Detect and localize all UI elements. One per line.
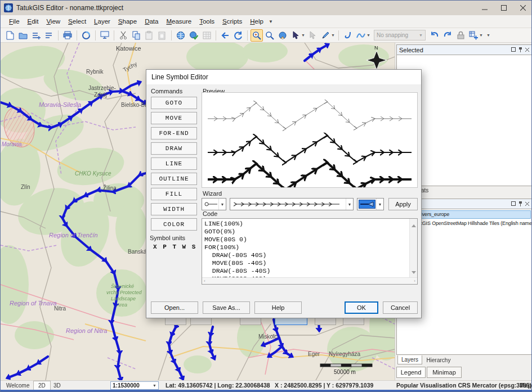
code-label: Code	[203, 210, 217, 217]
globe-check-icon[interactable]	[187, 29, 200, 42]
dialog-title-bar[interactable]: Line Symbol Editor	[146, 70, 421, 84]
command-outline-button[interactable]: OUTLINE	[151, 173, 197, 185]
layer-item-osm-hillshade[interactable]: TatukGIS OpenStreetMap Hillshade Tiles (…	[410, 220, 532, 226]
minimize-button[interactable]	[475, 1, 494, 15]
menu-file[interactable]: File	[5, 16, 24, 26]
map-toolbar-button[interactable]	[165, 317, 186, 325]
lock-icon[interactable]	[454, 29, 467, 42]
zoom-icon[interactable]	[263, 29, 276, 42]
panel-pin-icon[interactable]	[518, 201, 522, 208]
menu-help[interactable]: Help	[246, 16, 267, 26]
tab-layers[interactable]: Layers	[397, 355, 422, 364]
open-folder-icon[interactable]	[17, 29, 29, 42]
symbol-units-value[interactable]: X P T W S %	[153, 244, 207, 250]
svg-text:Zlín: Zlín	[21, 184, 30, 190]
panel-restore-icon[interactable]	[511, 201, 516, 207]
wizard-start-cap-combo[interactable]: ▼	[202, 198, 226, 210]
preview-monitor-icon[interactable]	[99, 29, 111, 42]
print-icon[interactable]	[61, 29, 74, 42]
map-toolbar-button[interactable]	[240, 317, 261, 325]
tab-minimap[interactable]: Minimap	[427, 367, 462, 378]
menu-data[interactable]: Data	[141, 16, 162, 26]
polyline-dropdown-icon[interactable]: ▼	[366, 33, 371, 37]
panel-close-icon[interactable]	[525, 48, 529, 53]
command-line-button[interactable]: LINE	[151, 157, 197, 170]
resize-grip[interactable]: ⁝⁝	[526, 382, 531, 388]
command-goto-button[interactable]: GOTO	[151, 97, 197, 109]
menu-measure[interactable]: Measure	[162, 16, 195, 26]
toolbar-overflow-icon[interactable]: ▼	[486, 33, 491, 37]
menu-view[interactable]: View	[42, 16, 64, 26]
undo-icon[interactable]	[428, 29, 441, 42]
grid-dropdown-icon[interactable]: ▼	[479, 33, 484, 37]
vertical-scrollbar[interactable]	[409, 219, 417, 277]
wizard-pattern-combo[interactable]: ▼	[230, 198, 354, 210]
menu-edit[interactable]: Edit	[24, 16, 43, 26]
cancel-button[interactable]: Cancel	[383, 301, 418, 314]
crs-label: Popular Visualisation CRS Mercator (epsg…	[396, 382, 531, 389]
command-width-button[interactable]: WIDTH	[151, 203, 197, 215]
refresh-icon[interactable]	[232, 29, 244, 42]
scroll-left-icon[interactable]: ‹	[204, 279, 205, 283]
apply-button[interactable]: Apply	[388, 198, 418, 210]
scale-combo[interactable]: 1:1530000 ▼	[110, 381, 159, 390]
command-draw-button[interactable]: DRAW	[151, 142, 197, 155]
command-color-button[interactable]: COLOR	[151, 218, 197, 231]
close-button[interactable]	[513, 1, 532, 15]
map-toolbar-button-active[interactable]	[275, 317, 307, 325]
cut-icon[interactable]	[117, 29, 129, 42]
menu-overflow-icon[interactable]: ▼	[269, 19, 273, 24]
horizontal-scrollbar[interactable]: ‹ ›	[202, 277, 417, 284]
maximize-button[interactable]	[494, 1, 513, 15]
command-move-button[interactable]: MOVE	[151, 112, 197, 124]
globe-refresh-icon[interactable]	[80, 29, 92, 42]
draw-polyline-icon[interactable]	[355, 29, 367, 42]
draw-curve-icon[interactable]	[342, 29, 354, 42]
redo-icon[interactable]	[441, 29, 454, 42]
help-button[interactable]: Help	[254, 301, 302, 314]
map-toolbar-button[interactable]	[343, 317, 364, 325]
code-text: LINE(100%) GOTO(0%) MOVE(80S 0) FOR(100%…	[204, 220, 408, 277]
copy-icon[interactable]	[130, 29, 142, 42]
scroll-right-icon[interactable]: ›	[414, 279, 415, 283]
menu-scripts[interactable]: Scripts	[218, 16, 246, 26]
tab-hierarchy[interactable]: Hierarchy	[423, 355, 454, 364]
pencil-edit-icon[interactable]	[319, 29, 332, 42]
wizard-width-combo[interactable]: ▼	[357, 198, 384, 210]
selected-panel-title: Selected	[399, 47, 423, 53]
panel-close-icon[interactable]	[525, 202, 529, 207]
menu-select[interactable]: Select	[64, 16, 90, 26]
pointer-dropdown-icon[interactable]: ▼	[301, 33, 306, 37]
zoom-select-icon[interactable]	[251, 29, 263, 42]
command-forend-button[interactable]: FOR-END	[151, 127, 197, 139]
open-button[interactable]: Open...	[151, 301, 198, 314]
tab-welcome[interactable]: Welcome	[2, 381, 34, 390]
menu-layer[interactable]: Layer	[90, 16, 114, 26]
partial-tab-label[interactable]: ats	[421, 187, 428, 193]
tab-2d[interactable]: 2D	[33, 381, 51, 390]
menu-tools[interactable]: Tools	[195, 16, 218, 26]
tab-3d[interactable]: 3D	[49, 381, 65, 390]
ok-button[interactable]: OK	[345, 301, 378, 314]
new-document-icon[interactable]	[4, 29, 16, 42]
start-cap-circle-line-icon	[204, 200, 218, 209]
panel-restore-icon[interactable]	[511, 47, 516, 53]
map-toolbar-button[interactable]	[190, 317, 212, 325]
save-icon[interactable]	[43, 29, 55, 42]
tab-legend[interactable]: Legend	[396, 367, 426, 378]
save-as-button[interactable]: Save As...	[203, 301, 250, 314]
web-globe-icon[interactable]	[175, 29, 187, 42]
pointer-select-icon[interactable]	[289, 29, 302, 42]
back-arrow-icon[interactable]	[219, 29, 231, 42]
pan-globe-icon[interactable]	[276, 29, 289, 42]
add-grid-icon[interactable]	[467, 29, 480, 42]
menu-shape[interactable]: Shape	[114, 16, 141, 26]
panel-pin-icon[interactable]	[518, 47, 522, 53]
pointer-disabled-icon	[306, 29, 319, 42]
map-toolbar-button[interactable]	[315, 317, 336, 325]
layer-item-rivers-europe[interactable]: rivers_europe	[419, 211, 449, 217]
save-add-icon[interactable]	[30, 29, 42, 42]
pencil-dropdown-icon[interactable]: ▼	[331, 33, 336, 37]
command-fill-button[interactable]: FILL	[151, 188, 197, 200]
code-editor[interactable]: LINE(100%) GOTO(0%) MOVE(80S 0) FOR(100%…	[202, 218, 418, 285]
